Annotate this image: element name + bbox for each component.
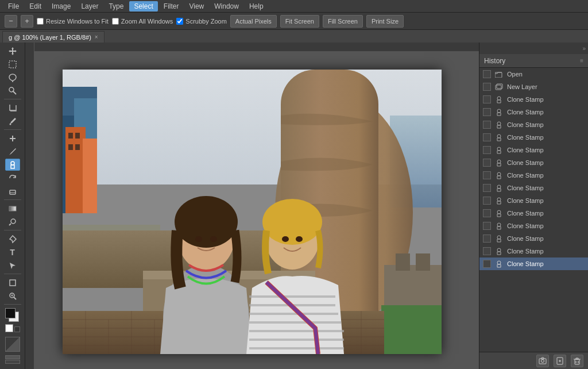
healing-tool[interactable] bbox=[5, 132, 20, 144]
menu-window[interactable]: Window bbox=[210, 1, 243, 11]
lasso-tool[interactable] bbox=[5, 71, 20, 83]
clone-stamp-tool[interactable] bbox=[5, 159, 20, 171]
history-item-open[interactable]: Open bbox=[479, 68, 588, 80]
type-tool[interactable]: T bbox=[5, 246, 20, 258]
quick-mask-button[interactable] bbox=[5, 337, 20, 352]
svg-rect-36 bbox=[381, 305, 442, 354]
actual-pixels-button[interactable]: Actual Pixels bbox=[230, 15, 277, 28]
svg-rect-9 bbox=[10, 280, 16, 286]
menu-file[interactable]: File bbox=[3, 1, 24, 11]
shape-tool[interactable] bbox=[5, 276, 20, 289]
canvas-area[interactable] bbox=[25, 43, 479, 369]
brush-tool[interactable] bbox=[5, 145, 20, 157]
svg-point-4 bbox=[11, 162, 14, 165]
magic-wand-tool[interactable] bbox=[5, 84, 20, 97]
history-item-1[interactable]: Clone Stamp bbox=[479, 106, 588, 118]
history-item-newlayer[interactable]: New Layer bbox=[479, 80, 588, 93]
document-tab[interactable]: g @ 100% (Layer 1, RGB/8#) × bbox=[2, 31, 105, 43]
main-area: T bbox=[0, 43, 588, 369]
svg-rect-0 bbox=[9, 61, 16, 68]
svg-line-8 bbox=[9, 224, 11, 225]
svg-point-2 bbox=[9, 87, 14, 92]
history-item-4[interactable]: Clone Stamp bbox=[479, 144, 588, 156]
zoom-in-button[interactable]: + bbox=[21, 15, 33, 28]
eyedropper-tool[interactable] bbox=[5, 115, 20, 127]
fit-screen-button[interactable]: Fit Screen bbox=[280, 15, 319, 28]
svg-rect-26 bbox=[75, 144, 80, 150]
history-item-icon bbox=[494, 95, 504, 104]
menu-help[interactable]: Help bbox=[245, 1, 268, 11]
swap-colors-icon[interactable] bbox=[5, 324, 13, 332]
new-snapshot-button[interactable] bbox=[536, 355, 549, 367]
history-item-10[interactable]: Clone Stamp bbox=[479, 220, 588, 232]
menu-select[interactable]: Select bbox=[129, 1, 157, 11]
default-colors-icon[interactable] bbox=[14, 326, 20, 332]
history-panel-menu-icon[interactable]: ≡ bbox=[580, 57, 583, 64]
history-item-selected[interactable]: Clone Stamp bbox=[479, 257, 588, 270]
history-item-12[interactable]: Clone Stamp bbox=[479, 245, 588, 257]
color-swatches[interactable] bbox=[4, 307, 21, 321]
svg-point-57 bbox=[497, 160, 501, 163]
history-item-5[interactable]: Clone Stamp bbox=[479, 156, 588, 169]
zoom-tool[interactable] bbox=[5, 290, 20, 302]
ruler-vertical bbox=[25, 43, 34, 369]
history-source-indicator[interactable] bbox=[483, 95, 491, 103]
history-item-9[interactable]: Clone Stamp bbox=[479, 207, 588, 220]
dodge-tool[interactable] bbox=[5, 216, 20, 228]
menu-type[interactable]: Type bbox=[104, 1, 128, 11]
history-item-3[interactable]: Clone Stamp bbox=[479, 131, 588, 144]
fill-screen-button[interactable]: Fill Screen bbox=[323, 15, 363, 28]
menu-edit[interactable]: Edit bbox=[25, 1, 46, 11]
svg-rect-34 bbox=[396, 253, 410, 271]
history-source-indicator[interactable] bbox=[483, 70, 491, 78]
history-item-6[interactable]: Clone Stamp bbox=[479, 169, 588, 182]
scrubby-zoom-checkbox[interactable]: Scrubby Zoom bbox=[176, 18, 227, 25]
tool-separator-6 bbox=[4, 304, 21, 305]
svg-point-54 bbox=[497, 122, 501, 125]
svg-rect-72 bbox=[575, 359, 579, 364]
history-item-label: Open bbox=[507, 71, 523, 78]
history-item-11[interactable]: Clone Stamp bbox=[479, 232, 588, 245]
history-item-2[interactable]: Clone Stamp bbox=[479, 118, 588, 131]
close-tab-icon[interactable]: × bbox=[95, 34, 98, 40]
delete-state-button[interactable] bbox=[571, 355, 583, 367]
zoom-all-checkbox[interactable]: Zoom All Windows bbox=[112, 18, 173, 25]
menu-filter[interactable]: Filter bbox=[159, 1, 184, 11]
document-canvas[interactable] bbox=[63, 70, 442, 354]
marquee-tool[interactable] bbox=[5, 58, 20, 70]
menu-layer[interactable]: Layer bbox=[76, 1, 103, 11]
history-item-icon bbox=[494, 82, 504, 91]
foreground-color-swatch[interactable] bbox=[5, 308, 16, 318]
print-size-button[interactable]: Print Size bbox=[366, 15, 404, 28]
resize-windows-checkbox[interactable]: Resize Windows to Fit bbox=[37, 18, 109, 25]
move-tool[interactable] bbox=[5, 45, 20, 57]
menu-bar: File Edit Image Layer Type Select Filter… bbox=[0, 0, 588, 13]
history-brush-tool[interactable] bbox=[5, 172, 20, 184]
svg-point-63 bbox=[497, 236, 501, 239]
history-source-indicator[interactable] bbox=[483, 83, 491, 91]
tab-bar: g @ 100% (Layer 1, RGB/8#) × bbox=[0, 30, 588, 43]
svg-point-42 bbox=[175, 196, 238, 248]
gradient-tool[interactable] bbox=[5, 202, 20, 214]
svg-point-61 bbox=[497, 210, 501, 214]
menu-image[interactable]: Image bbox=[47, 1, 75, 11]
svg-point-58 bbox=[497, 172, 501, 176]
history-list[interactable]: Open New Layer bbox=[479, 68, 588, 352]
history-panel-footer bbox=[479, 352, 588, 369]
panel-collapse-arrows[interactable]: » bbox=[582, 45, 586, 52]
zoom-out-button[interactable]: − bbox=[5, 15, 17, 28]
crop-tool[interactable] bbox=[5, 102, 20, 114]
pen-tool[interactable] bbox=[5, 233, 20, 245]
new-document-button[interactable] bbox=[554, 355, 566, 367]
history-item-8[interactable]: Clone Stamp bbox=[479, 194, 588, 207]
path-select-tool[interactable] bbox=[5, 259, 20, 271]
svg-rect-24 bbox=[75, 133, 80, 139]
svg-point-64 bbox=[497, 248, 501, 252]
history-item-0[interactable]: Clone Stamp bbox=[479, 93, 588, 106]
eraser-tool[interactable] bbox=[5, 185, 20, 197]
screen-mode-button[interactable] bbox=[5, 355, 20, 367]
svg-rect-49 bbox=[495, 72, 502, 78]
history-item-7[interactable]: Clone Stamp bbox=[479, 182, 588, 194]
svg-point-44 bbox=[262, 199, 322, 245]
menu-view[interactable]: View bbox=[184, 1, 208, 11]
